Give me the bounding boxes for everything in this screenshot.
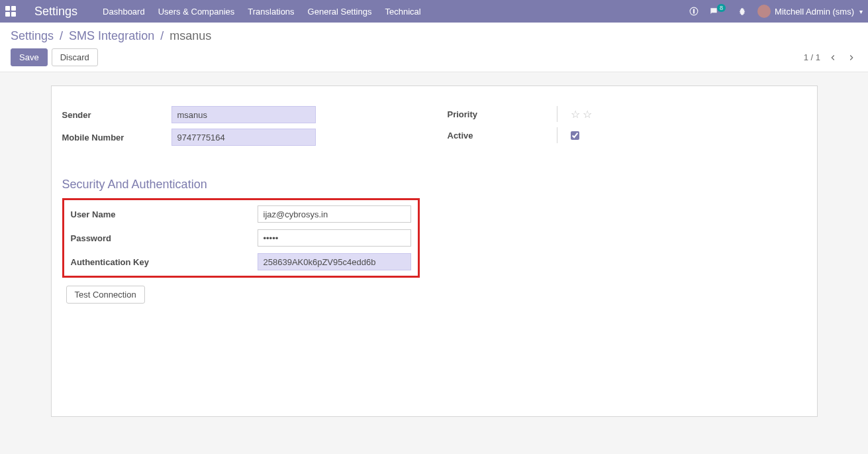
auth-highlight-region: User Name Password Authentication Key [62,198,420,278]
avatar [757,5,771,18]
pager-current: 1 [804,52,808,62]
breadcrumb-parent[interactable]: SMS Integration [69,29,154,42]
nav-links: Dashboard Users & Companies Translations… [103,7,421,17]
nav-link-general-settings[interactable]: General Settings [308,7,372,17]
username-input[interactable] [258,205,411,223]
discard-button[interactable]: Discard [52,48,98,66]
form-view-body: Sender Mobile Number Priority [0,72,868,443]
form-col-right: Priority ☆ ☆ Active [448,106,806,151]
pager-total: 1 [816,52,820,62]
breadcrumb-current: msanus [169,29,211,42]
app-brand[interactable]: Settings [34,5,77,19]
nav-link-dashboard[interactable]: Dashboard [103,7,145,17]
star-icon[interactable]: ☆ [571,108,580,121]
pager-next-icon[interactable] [845,52,857,64]
label-password: Password [71,233,258,243]
label-sender: Sender [62,110,171,120]
nav-link-users-companies[interactable]: Users & Companies [158,7,235,17]
messages-count-badge: 8 [717,4,726,12]
messages-icon[interactable]: 8 [709,7,727,16]
pager-prev-icon[interactable] [827,52,839,64]
label-priority: Priority [448,109,557,119]
sender-input[interactable] [171,106,316,123]
priority-stars[interactable]: ☆ ☆ [571,108,592,121]
auth-key-input[interactable] [258,253,411,270]
user-menu[interactable]: Mitchell Admin (sms) ▾ [757,5,863,18]
label-user-name: User Name [71,209,258,219]
debug-icon[interactable] [738,7,747,16]
pager-text: 1 / 1 [804,52,820,62]
active-checkbox[interactable] [571,131,579,140]
control-panel: Settings / SMS Integration / msanus Save… [0,23,868,72]
label-active: Active [448,131,557,141]
star-icon[interactable]: ☆ [583,108,592,121]
top-navbar: Settings Dashboard Users & Companies Tra… [0,0,868,23]
mobile-number-input[interactable] [171,129,316,146]
activities-icon[interactable] [689,7,699,16]
password-input[interactable] [258,229,411,247]
form-sheet: Sender Mobile Number Priority [51,85,818,417]
label-mobile-number: Mobile Number [62,133,171,142]
nav-link-translations[interactable]: Translations [248,7,294,17]
user-name-label: Mitchell Admin (sms) [775,7,854,17]
label-auth-key: Authentication Key [71,257,258,267]
form-col-left: Sender Mobile Number [62,106,421,151]
nav-link-technical[interactable]: Technical [385,7,420,17]
breadcrumb-root[interactable]: Settings [11,29,54,42]
test-connection-button[interactable]: Test Connection [66,286,145,304]
breadcrumb: Settings / SMS Integration / msanus [11,29,857,43]
section-title-auth: Security And Authentication [62,178,806,192]
apps-icon[interactable] [5,5,17,17]
save-button[interactable]: Save [11,48,48,66]
caret-down-icon: ▾ [859,8,863,15]
